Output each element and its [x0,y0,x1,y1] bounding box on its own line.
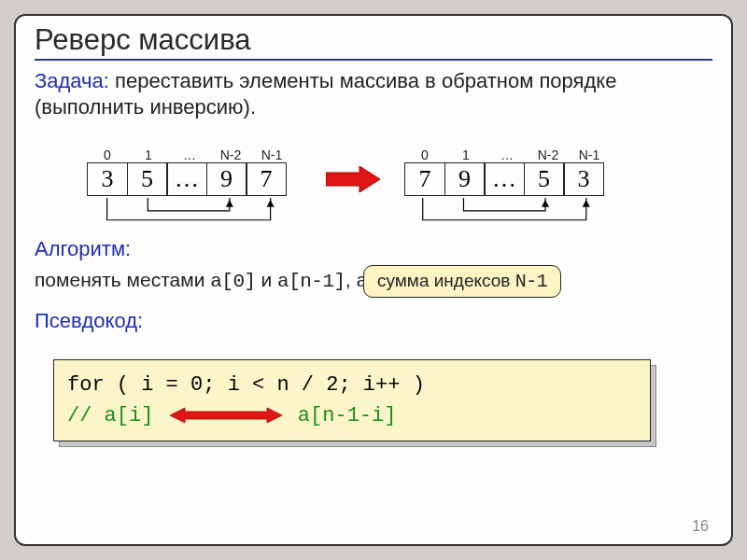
array-visualization: 0 1 … N-2 N-1 3 5 … 9 7 0 1 … N-2 [35,129,712,231]
svg-marker-5 [170,408,282,423]
idx-cell: 0 [404,147,445,162]
index-row-before: 0 1 … N-2 N-1 [87,147,292,162]
array-cell: … [166,162,207,196]
swap-arrow-icon [170,407,282,424]
array-cell: 3 [563,162,604,196]
svg-marker-4 [326,166,380,192]
page-number: 16 [692,518,709,535]
page-title: Реверс массива [35,23,712,61]
array-cell: 5 [524,162,565,196]
task-text: Задача: переставить элементы массива в о… [35,68,712,119]
code-line: for ( i = 0; i < n / 2; i++ ) [67,370,637,400]
swap-code: a[0] [210,271,255,292]
array-cell: 7 [246,162,287,196]
idx-cell: N-2 [210,147,251,162]
swap-comma: , [345,269,357,290]
idx-cell: … [486,147,528,162]
idx-cell: N-1 [251,147,292,162]
code-comment: a[n-1-i] [298,404,397,427]
svg-marker-3 [542,200,549,207]
array-cell: 5 [127,162,168,196]
idx-cell: 0 [87,147,128,162]
slide: Реверс массива Задача: переставить элеме… [14,14,733,546]
code-block: for ( i = 0; i < n / 2; i++ ) // a[i] a[… [53,359,651,441]
idx-cell: 1 [128,147,169,162]
array-cell: 7 [404,162,445,196]
index-row-after: 0 1 … N-2 N-1 [404,147,610,162]
idx-cell: 1 [445,147,486,162]
idx-cell: N-1 [569,147,610,162]
array-cell: 3 [87,162,128,196]
swap-prefix: поменять местами [35,269,210,290]
array-cell: 9 [206,162,247,196]
svg-marker-0 [267,200,275,207]
cells-before: 3 5 … 9 7 [87,162,292,196]
idx-cell: … [169,147,210,162]
svg-marker-1 [226,200,233,207]
code-content: for ( i = 0; i < n / 2; i++ ) // a[i] a[… [53,359,651,441]
svg-marker-2 [583,200,590,207]
pseudocode-label: Псевдокод: [35,309,712,333]
callout-badge: сумма индексов N-1 [363,265,561,298]
callout-text: сумма индексов [377,271,515,290]
swap-and: и [256,269,277,290]
arrow-right-icon [326,166,380,192]
task-body: переставить элементы массива в обратном … [35,69,616,119]
code-line: // a[i] a[n-1-i] [67,400,637,431]
swap-code: a[n-1] [277,271,345,292]
swap-description: поменять местами a[0] и a[n-1], a[1] и a… [35,269,712,292]
idx-cell: N-2 [528,147,569,162]
array-before: 0 1 … N-2 N-1 3 5 … 9 7 [87,147,292,196]
task-label: Задача: [35,69,109,92]
cells-after: 7 9 … 5 3 [404,162,610,196]
array-cell: … [484,162,525,196]
callout-code: N-1 [515,271,548,292]
code-comment: // a[i] [67,404,153,427]
array-cell: 9 [444,162,486,196]
array-after: 0 1 … N-2 N-1 7 9 … 5 3 [404,147,610,196]
algorithm-label: Алгоритм: [35,237,712,261]
